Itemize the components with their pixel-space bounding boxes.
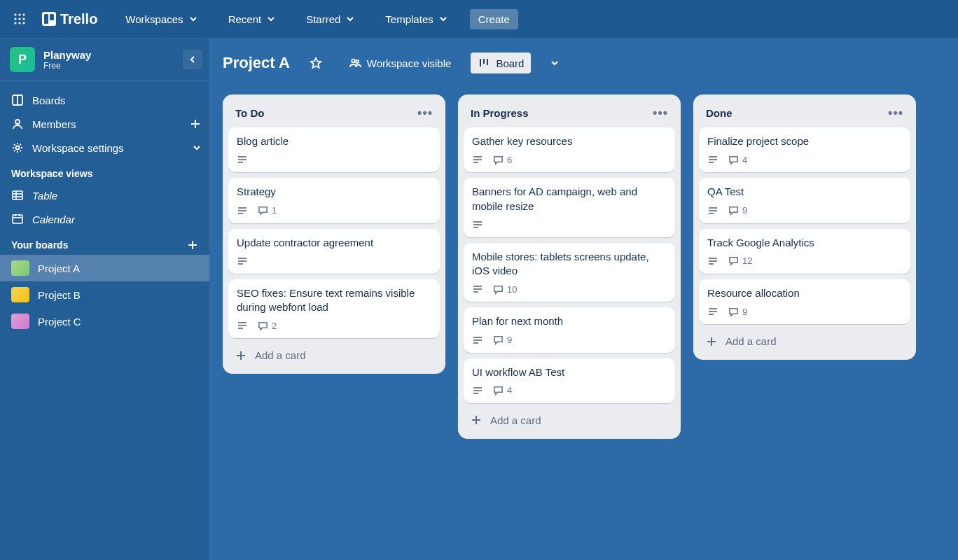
svg-point-8 [22, 22, 25, 24]
sidebar-board-item[interactable]: Project A [0, 255, 209, 281]
boards-icon [11, 94, 24, 106]
apps-icon[interactable] [7, 6, 32, 31]
svg-rect-11 [50, 14, 54, 20]
svg-rect-10 [44, 14, 48, 24]
card-badges: 12 [707, 255, 902, 267]
card-title: Plan for next month [472, 314, 667, 328]
svg-point-14 [15, 120, 20, 124]
card[interactable]: SEO fixes: Ensure text remains visible d… [228, 279, 440, 339]
workspace-avatar: P [10, 47, 35, 72]
sidebar-board-item[interactable]: Project B [0, 281, 209, 308]
brand-logo[interactable]: Trello [36, 11, 103, 27]
comment-icon [728, 205, 739, 216]
comment-count: 4 [742, 155, 747, 165]
gear-icon [11, 141, 24, 154]
workspace-name: Planyway [43, 49, 91, 61]
list-menu-button[interactable]: ••• [653, 106, 668, 120]
nav-starred[interactable]: Starred [298, 9, 363, 29]
card-badges [237, 255, 431, 267]
list-menu-button[interactable]: ••• [417, 106, 433, 120]
card[interactable]: QA Test9 [699, 178, 910, 223]
view-switcher-more[interactable] [543, 55, 566, 71]
card-title: SEO fixes: Ensure text remains visible d… [237, 286, 431, 315]
collapse-sidebar-button[interactable] [183, 50, 202, 69]
card[interactable]: Strategy1 [228, 178, 440, 223]
nav-templates[interactable]: Templates [377, 9, 455, 29]
add-member-button[interactable] [190, 118, 201, 130]
card[interactable]: Update contractor agreement [228, 229, 440, 274]
workspace-views-header: Workspace views [0, 160, 209, 183]
card[interactable]: Plan for next month9 [464, 307, 675, 352]
sidebar-members[interactable]: Members [0, 112, 209, 136]
svg-point-7 [18, 22, 20, 24]
nav-recent[interactable]: Recent [220, 9, 284, 29]
description-icon [237, 320, 248, 331]
description-icon [237, 205, 248, 216]
workspace-plan: Free [43, 61, 91, 71]
comment-count: 2 [272, 321, 277, 331]
sidebar-board-item[interactable]: Project C [0, 308, 209, 335]
card[interactable]: Banners for AD campaign, web and mobile … [464, 178, 675, 237]
card-badges [237, 154, 431, 165]
nav-workspaces[interactable]: Workspaces [117, 9, 205, 29]
card-badges: 4 [472, 385, 667, 396]
add-card-button[interactable]: Add a card [228, 344, 440, 367]
card-title: Resource allocation [707, 286, 902, 300]
settings-expand[interactable] [193, 144, 201, 152]
description-icon [237, 154, 248, 165]
view-switcher[interactable]: Board [471, 52, 531, 74]
card[interactable]: Track Google Analytics12 [699, 229, 910, 274]
svg-point-1 [18, 13, 20, 15]
create-button[interactable]: Create [470, 9, 518, 29]
board-header: Project A Workspace visible Board [210, 38, 958, 88]
sidebar-table-view[interactable]: Table [0, 183, 209, 207]
list-menu-button[interactable]: ••• [888, 106, 903, 120]
star-button[interactable] [303, 52, 329, 74]
list-title[interactable]: To Do [235, 107, 264, 119]
chevron-down-icon [439, 15, 447, 23]
board-title[interactable]: Project A [223, 54, 290, 72]
plus-icon [235, 350, 247, 361]
add-card-button[interactable]: Add a card [699, 330, 910, 353]
card-badges: 6 [472, 154, 667, 165]
card[interactable]: UI workflow AB Test4 [464, 358, 675, 403]
comment-count: 9 [507, 335, 512, 345]
comment-icon [493, 284, 504, 295]
comment-count: 9 [742, 205, 747, 216]
card-badges: 4 [707, 154, 902, 165]
list-title[interactable]: Done [706, 107, 733, 119]
svg-point-2 [22, 13, 25, 15]
chevron-down-icon [267, 15, 275, 23]
comment-icon [728, 155, 739, 165]
card[interactable]: Mobile stores: tablets screens update, i… [464, 243, 675, 302]
visibility-button[interactable]: Workspace visible [342, 52, 459, 74]
sidebar-boards[interactable]: Boards [0, 88, 209, 112]
card-title: Finalize project scope [707, 134, 902, 148]
svg-point-3 [14, 18, 16, 20]
add-card-button[interactable]: Add a card [464, 409, 675, 432]
svg-point-5 [22, 18, 25, 20]
sidebar-calendar-view[interactable]: Calendar [0, 207, 209, 231]
sidebar-settings[interactable]: Workspace settings [0, 136, 209, 160]
plus-icon [471, 414, 482, 426]
add-board-button[interactable] [187, 239, 198, 251]
workspace-switcher[interactable]: P Planyway Free [0, 38, 209, 81]
card[interactable]: Finalize project scope4 [699, 127, 910, 172]
card[interactable]: Gather key resources6 [464, 127, 675, 172]
card-title: Banners for AD campaign, web and mobile … [472, 185, 667, 214]
comment-count: 9 [742, 307, 747, 317]
board-view-icon [478, 57, 490, 69]
card[interactable]: Blog article [228, 127, 440, 172]
card[interactable]: Resource allocation9 [699, 279, 910, 324]
svg-rect-20 [13, 215, 22, 223]
list: In Progress•••Gather key resources6Banne… [458, 94, 681, 439]
comment-icon [728, 255, 739, 266]
card-title: Blog article [237, 134, 431, 148]
trello-icon [42, 12, 56, 26]
description-icon [472, 335, 483, 346]
description-icon [472, 385, 483, 396]
comment-count: 12 [742, 255, 752, 266]
comment-icon [493, 385, 504, 396]
list-title[interactable]: In Progress [471, 107, 529, 119]
card-badges: 9 [472, 335, 667, 346]
